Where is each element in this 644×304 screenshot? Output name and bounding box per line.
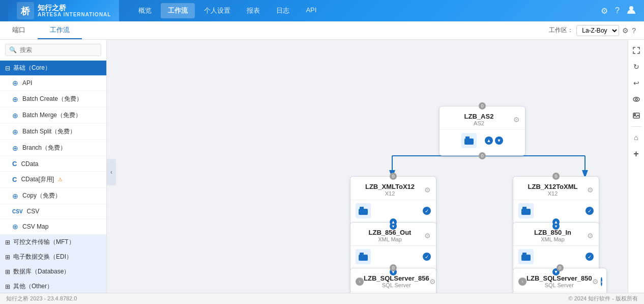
sidebar-item-cdata[interactable]: C CData <box>0 156 106 172</box>
other-label: 其他（Other） <box>13 282 53 291</box>
sidebar-item-csv-map[interactable]: ⊕ CSV Map <box>0 219 106 235</box>
batch-split-label: Batch Split（免费） <box>22 127 76 136</box>
sql856-subtitle: SQL Server <box>382 282 411 288</box>
version-label: 知行之桥 2023 - 23.4.8782.0 <box>6 295 77 302</box>
workspace-dropdown[interactable]: La-Z-Boy <box>576 25 619 36</box>
workspace-label: 工作区： <box>549 26 573 35</box>
top-nav: 桥 知行之桥 ARTESA INTERNATIONAL 概览 工作流 个人设置 … <box>0 0 644 21</box>
sidebar-item-copy[interactable]: ⊕ Copy（免费） <box>0 188 106 204</box>
sql850-settings-icon[interactable]: ⚙ <box>592 278 599 286</box>
850in-icon <box>518 249 534 264</box>
workspace-help-icon[interactable]: ? <box>632 26 636 35</box>
workspace-selector: 工作区： La-Z-Boy ⚙ ? <box>545 23 640 38</box>
sql850-subtitle: SQL Server <box>545 282 574 288</box>
other-expand-icon: ⊞ <box>5 283 10 290</box>
sidebar-item-batch-split[interactable]: ⊕ Batch Split（免费） <box>0 124 106 140</box>
help-icon[interactable]: ? <box>615 6 620 15</box>
bottom-bar: 知行之桥 2023 - 23.4.8782.0 © 2024 知行软件 - 版权… <box>0 293 644 304</box>
sql856-left-dot[interactable]: › <box>356 278 364 286</box>
sidebar-section-edi[interactable]: ⊞ 电子数据交换（EDI） <box>0 250 106 264</box>
sql850-expand-btn[interactable]: › <box>601 277 603 286</box>
xml12-top-dot[interactable]: 0 <box>390 173 397 180</box>
image-button[interactable] <box>630 109 643 122</box>
mft-expand-icon: ⊞ <box>5 239 10 246</box>
mft-label: 可控文件传输（MFT） <box>13 238 75 246</box>
svg-rect-19 <box>360 207 364 209</box>
sidebar-item-batch-create[interactable]: ⊕ Batch Create（免费） <box>0 91 106 107</box>
expand-button[interactable] <box>630 44 643 57</box>
nav-workflow[interactable]: 工作流 <box>161 3 195 18</box>
tab-workflow[interactable]: 工作流 <box>38 21 82 39</box>
sidebar-collapse-button[interactable]: ‹ <box>107 159 116 185</box>
sidebar-section-other[interactable]: ⊞ 其他（Other） <box>0 279 106 294</box>
xml12-icon <box>356 203 371 218</box>
850in-check[interactable]: ✓ <box>586 253 594 261</box>
sidebar-item-csv[interactable]: CSV CSV <box>0 204 106 219</box>
svg-rect-23 <box>360 253 364 255</box>
refresh-button[interactable]: ↻ <box>630 60 643 73</box>
x12xml-subtitle: X12 <box>548 190 558 197</box>
856out-check[interactable]: ✓ <box>423 253 431 261</box>
core-label: 基础（Core） <box>13 64 51 72</box>
sidebar-item-cdata-deprecated[interactable]: C CData[弃用] ⚠ <box>0 172 106 188</box>
x12xml-top-dot[interactable]: 0 <box>552 173 560 180</box>
batch-create-icon: ⊕ <box>12 95 18 103</box>
copyright-label: © 2024 知行软件 - 版权所有 <box>569 295 638 302</box>
workflow-canvas-area: 0 LZB_AS2 AS2 ⚙ ▲ ▼ 0 <box>116 40 628 304</box>
sidebar-section-core[interactable]: ⊟ 基础（Core） <box>0 61 106 75</box>
settings-icon[interactable]: ⚙ <box>601 6 608 16</box>
nav-overview[interactable]: 概览 <box>131 3 159 18</box>
sidebar: 🔍 ⊟ 基础（Core） ⊕ API ⊕ Batch Create（免费） ⊕ … <box>0 40 107 304</box>
svg-point-27 <box>635 98 637 100</box>
xml12-title: LZB_XMLToX12 <box>365 183 415 190</box>
nav-reports[interactable]: 报表 <box>240 3 267 18</box>
as2-top-dot[interactable]: 0 <box>479 102 486 109</box>
user-icon[interactable] <box>627 5 636 16</box>
850in-settings-icon[interactable]: ⚙ <box>587 232 594 240</box>
nav-api[interactable]: API <box>299 3 324 18</box>
undo-button[interactable]: ↩ <box>630 76 643 90</box>
zoom-in-button[interactable]: + <box>630 147 643 160</box>
toolbar-divider <box>631 126 641 127</box>
svg-rect-20 <box>521 209 531 215</box>
svg-rect-21 <box>522 207 526 209</box>
csv-map-label: CSV Map <box>22 223 48 230</box>
850in-top-dot[interactable]: ▲ <box>552 218 560 226</box>
856out-subtitle: XML Map <box>378 236 402 242</box>
nav-logs[interactable]: 日志 <box>269 3 297 18</box>
as2-bottom-dot[interactable]: 0 <box>479 152 486 159</box>
sql850-top-dot[interactable]: 0 <box>557 264 564 271</box>
as2-settings-icon[interactable]: ⚙ <box>513 116 520 124</box>
svg-rect-25 <box>522 253 526 255</box>
as2-icon <box>461 133 477 148</box>
nav-settings[interactable]: 个人设置 <box>197 3 238 18</box>
xml12-check[interactable]: ✓ <box>423 207 431 215</box>
tab-ports[interactable]: 端口 <box>0 21 38 39</box>
as2-down-arrow[interactable]: ▼ <box>495 136 503 145</box>
copy-label: Copy（免费） <box>22 191 61 200</box>
sidebar-item-api[interactable]: ⊕ API <box>0 75 106 91</box>
as2-up-arrow[interactable]: ▲ <box>485 136 493 145</box>
sidebar-section-mft[interactable]: ⊞ 可控文件传输（MFT） <box>0 235 106 250</box>
workspace-settings-icon[interactable]: ⚙ <box>622 26 629 35</box>
search-input[interactable] <box>5 44 101 56</box>
db-expand-icon: ⊞ <box>5 268 10 275</box>
tab-bar: 端口 工作流 <box>0 21 545 39</box>
sidebar-item-batch-merge[interactable]: ⊕ Batch Merge（免费） <box>0 107 106 124</box>
sql850-left-dot[interactable]: › <box>518 278 526 286</box>
xml12-settings-icon[interactable]: ⚙ <box>424 186 431 194</box>
cdata-label: CData <box>21 160 38 168</box>
sql856-top-dot[interactable]: 0 <box>390 264 397 271</box>
x12xml-settings-icon[interactable]: ⚙ <box>587 186 594 194</box>
856out-top-dot[interactable]: ▲ <box>390 218 397 226</box>
sql856-settings-icon[interactable]: ⚙ <box>429 278 436 286</box>
x12xml-check[interactable]: ✓ <box>586 207 594 215</box>
sidebar-section-database[interactable]: ⊞ 数据库（Database） <box>0 264 106 279</box>
svg-rect-18 <box>359 209 368 215</box>
csv-map-icon: ⊕ <box>12 223 18 231</box>
view-button[interactable] <box>630 93 643 106</box>
sidebar-item-branch[interactable]: ⊕ Branch（免费） <box>0 140 106 156</box>
856out-settings-icon[interactable]: ⚙ <box>424 232 431 240</box>
api-icon: ⊕ <box>12 79 18 87</box>
home-button[interactable]: ⌂ <box>630 131 643 144</box>
